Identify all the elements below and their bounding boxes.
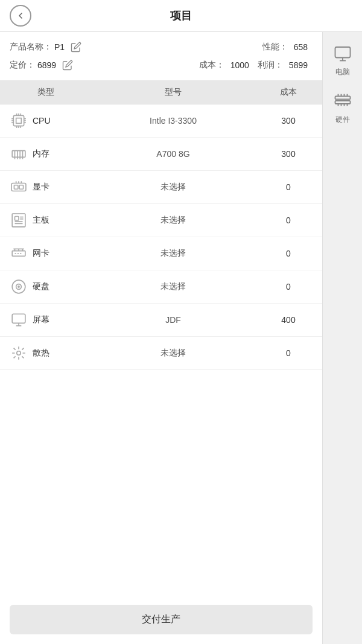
row-model: 未选择 [82, 348, 264, 359]
row-model: 未选择 [82, 182, 264, 193]
table-header: 类型 型号 成本 [0, 81, 322, 104]
product-info: 产品名称： P1 性能： 658 定价： 6899 成本： 1000 [0, 32, 322, 81]
sidebar-item-hardware[interactable]: 硬件 [323, 86, 362, 131]
row-type-label: 散热 [33, 348, 49, 359]
row-type-label: 主板 [33, 215, 49, 226]
hardware-icon [334, 92, 352, 112]
row-cost: 0 [264, 215, 313, 225]
row-cost: 0 [264, 182, 313, 192]
cost-label: 成本： [199, 60, 224, 71]
table-row[interactable]: 显卡 未选择 0 [0, 171, 322, 204]
performance-value: 658 [294, 42, 308, 52]
svg-rect-53 [335, 97, 350, 100]
row-type-cell: 硬盘 [10, 278, 82, 296]
cooling-icon [10, 344, 28, 362]
monitor-icon [10, 311, 28, 329]
gpu-icon [10, 178, 28, 196]
row-model: A700 8G [82, 149, 264, 159]
edit-name-button[interactable] [69, 40, 83, 54]
main-layout: 产品名称： P1 性能： 658 定价： 6899 成本： 1000 [0, 32, 362, 644]
svg-rect-0 [13, 115, 24, 126]
table-row[interactable]: CPU Intle I3-3300 300 [0, 104, 322, 138]
row-type-label: 硬盘 [33, 281, 49, 292]
row-model: JDF [82, 315, 264, 325]
row-type-label: CPU [33, 116, 51, 126]
profit-label: 利润： [258, 60, 283, 71]
svg-rect-24 [14, 185, 18, 190]
col-type: 类型 [10, 87, 82, 98]
row-model: 未选择 [82, 215, 264, 226]
cost-profit-group: 成本： 1000 利润： 5899 [199, 60, 313, 71]
row-cost: 300 [264, 116, 313, 126]
svg-rect-30 [15, 217, 19, 221]
back-button[interactable] [10, 5, 31, 27]
table-row[interactable]: 硬盘 未选择 0 [0, 270, 322, 304]
components-table: 类型 型号 成本 [0, 81, 322, 595]
svg-point-49 [17, 351, 21, 355]
svg-rect-25 [19, 185, 24, 190]
product-name-label: 产品名称： [10, 42, 52, 53]
col-model: 型号 [82, 87, 264, 98]
table-row[interactable]: 散热 未选择 0 [0, 337, 322, 370]
table-row[interactable]: 网卡 未选择 0 [0, 237, 322, 270]
memory-icon [10, 145, 28, 163]
edit-price-button[interactable] [61, 59, 74, 72]
page-title: 项目 [170, 8, 192, 23]
content-area: 产品名称： P1 性能： 658 定价： 6899 成本： 1000 [0, 32, 322, 644]
table-row[interactable]: 屏幕 JDF 400 [0, 304, 322, 337]
row-type-label: 屏幕 [33, 314, 49, 325]
row-type-cell: 散热 [10, 344, 82, 362]
row-type-cell: 网卡 [10, 244, 82, 263]
header: 项目 [0, 0, 362, 32]
row-type-label: 网卡 [33, 248, 49, 259]
row-model: 未选择 [82, 281, 264, 292]
row-type-cell: CPU [10, 112, 82, 130]
row-type-label: 显卡 [33, 182, 49, 193]
performance-group: 性能： 658 [262, 42, 313, 53]
row-model: 未选择 [82, 248, 264, 259]
svg-rect-1 [16, 118, 22, 124]
price-value: 6899 [37, 60, 56, 70]
submit-button[interactable]: 交付生产 [10, 605, 313, 634]
computer-icon [334, 44, 352, 65]
profit-value: 5899 [289, 60, 308, 70]
cost-value: 1000 [230, 60, 249, 70]
row-cost: 0 [264, 348, 313, 358]
sidebar-computer-label: 电脑 [335, 67, 350, 77]
row-type-cell: 内存 [10, 145, 82, 163]
row-model: Intle I3-3300 [82, 116, 264, 126]
svg-rect-14 [12, 151, 25, 158]
product-name-row: 产品名称： P1 性能： 658 [10, 40, 313, 54]
row-type-cell: 显卡 [10, 178, 82, 196]
svg-rect-46 [12, 314, 25, 323]
network-icon [10, 244, 28, 263]
row-cost: 400 [264, 315, 313, 325]
row-cost: 300 [264, 149, 313, 159]
product-name-value: P1 [54, 42, 65, 52]
hdd-icon [10, 278, 28, 296]
row-type-cell: 屏幕 [10, 311, 82, 329]
table-row[interactable]: 内存 A700 8G 300 [0, 138, 322, 171]
svg-rect-50 [335, 47, 350, 58]
svg-rect-54 [335, 101, 350, 104]
sidebar-hardware-label: 硬件 [335, 115, 350, 125]
table-row[interactable]: 主板 未选择 0 [0, 204, 322, 237]
row-cost: 0 [264, 282, 313, 292]
price-label: 定价： [10, 60, 35, 71]
right-sidebar: 电脑 硬件 [322, 32, 362, 644]
product-price-row: 定价： 6899 成本： 1000 利润： 5899 [10, 59, 313, 72]
row-type-label: 内存 [33, 148, 49, 159]
sidebar-item-computer[interactable]: 电脑 [323, 38, 362, 83]
submit-section: 交付生产 [0, 595, 322, 644]
row-type-cell: 主板 [10, 211, 82, 229]
motherboard-icon [10, 211, 28, 229]
row-cost: 0 [264, 249, 313, 258]
col-cost: 成本 [264, 87, 313, 98]
cpu-icon [10, 112, 28, 130]
performance-label: 性能： [262, 42, 288, 53]
svg-point-45 [18, 286, 19, 287]
